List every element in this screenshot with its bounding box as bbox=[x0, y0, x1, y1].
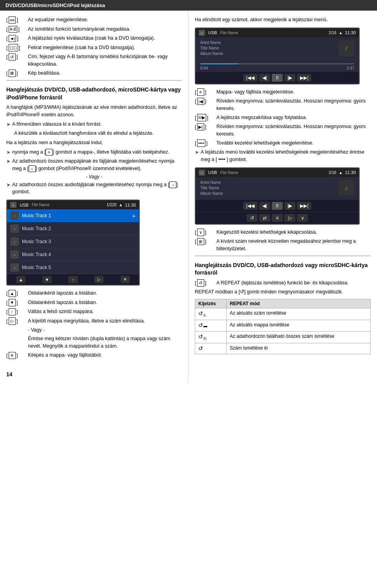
player-controls-2: |◀◀ ◀| II |▶ ▶▶| bbox=[196, 200, 359, 212]
track-count-p2: 2/16 bbox=[329, 170, 336, 175]
track-count-p: 2/16 bbox=[329, 31, 336, 35]
icon-row-repeat-dvd: [↺] Cím, fejezet vagy A-B tartomány ismé… bbox=[6, 53, 182, 68]
usb-label-p2: USB bbox=[208, 170, 217, 175]
track-icon: ♪ bbox=[10, 237, 19, 246]
nav-down-btn[interactable]: ▼ bbox=[42, 276, 52, 283]
repeat-table: Kijelzés REPEAT mód ↺① Az aktuális szám … bbox=[195, 299, 371, 354]
repeat-icon-2: ↺▬ bbox=[195, 320, 227, 332]
player-extra-controls: ↺ ⇄ ≡ ▷ ∨ bbox=[196, 212, 359, 224]
bullet-all-folders: ➤ Az adathordozó összes mappájának és fá… bbox=[6, 158, 182, 172]
home-icon-p2: ⌂ bbox=[199, 170, 205, 176]
track-name: Music Track 3 bbox=[22, 239, 136, 244]
repeat-note: REPEAT módban a [↺] gomb minden megnyomá… bbox=[195, 288, 371, 296]
clock: 11:30 bbox=[125, 203, 136, 207]
track-name: Music Track 4 bbox=[22, 252, 136, 257]
ctrl2-prev[interactable]: ◀| bbox=[259, 202, 270, 210]
icon-row-page-down: [▼] Oldalankénti lapozás a listában. bbox=[6, 299, 182, 307]
ctrl2-play[interactable]: II bbox=[272, 202, 283, 210]
file-name-p: File Name bbox=[220, 31, 238, 35]
track-arrow: ▶ bbox=[133, 214, 136, 218]
table-row: ↺ Szám ismétlése ki bbox=[195, 343, 371, 354]
table-row: ↺① Az aktuális szám ismétlése bbox=[195, 308, 371, 320]
icon-row-equalizer: [≡≡] Az equalizer megjelenítése. bbox=[6, 16, 182, 24]
track-name: Music Track 5 bbox=[22, 265, 136, 270]
table-row: ↺▬ Az aktuális mappa ismétlése bbox=[195, 320, 371, 332]
progress-fill bbox=[200, 63, 239, 64]
track-row[interactable]: ♪ Music Track 4 bbox=[7, 248, 139, 261]
track-row[interactable]: ♪ Music Track 3 bbox=[7, 235, 139, 248]
ctrl2-next[interactable]: |▶ bbox=[284, 202, 295, 210]
icon-row-page-up: [▲] Oldalankénti lapozás a listában. bbox=[6, 289, 182, 297]
nav-up-btn[interactable]: ▲ bbox=[16, 276, 26, 283]
nav-close-btn[interactable]: ✕ bbox=[121, 276, 130, 283]
home-icon-p: ⌂ bbox=[199, 30, 205, 36]
mock-player2-header: ⌂ USB File Name 2/16 ▲ 11:30 bbox=[196, 168, 359, 177]
player-info-2: Artist Name Title Name Album Name ♪ bbox=[196, 177, 359, 200]
left-column: [≡≡] Az equalizer megjelenítése. [A-B] A… bbox=[0, 11, 188, 383]
artist-row-2: Artist Name bbox=[200, 180, 339, 185]
track-row[interactable]: ♪ Music Track 5 bbox=[7, 261, 139, 274]
progress-bar bbox=[200, 63, 354, 64]
or-text-2: - Vagy - bbox=[28, 326, 182, 334]
para-1: A hangfájlok (MP3/WMA) lejátszásának az … bbox=[6, 104, 182, 119]
title-row-2: Title Name bbox=[200, 186, 339, 190]
ctrl-prev[interactable]: ◀| bbox=[259, 74, 270, 82]
signal-icon-p2: ▲ bbox=[339, 170, 343, 175]
ctrl2-list[interactable]: ≡ bbox=[272, 214, 283, 222]
page-header: DVD/CD/USB/microSDHC/iPod lejátszása bbox=[0, 0, 377, 11]
ctrl-prev-folder[interactable]: |◀◀ bbox=[243, 74, 258, 82]
repeat-icon-1: ↺① bbox=[195, 308, 227, 320]
repeat-icon-3: ↺Ⓐ bbox=[195, 331, 227, 343]
mock-nav: ▲ ▼ ↑ ▷ ✕ bbox=[7, 274, 139, 285]
ctrl2-next-folder[interactable]: ▶▶| bbox=[297, 202, 311, 210]
repeat-desc-4: Szám ismétlése ki bbox=[226, 343, 370, 354]
icon-row-up-level: [↑] Váltás a felső szintű mappára. bbox=[6, 308, 182, 316]
icon-row-collapse: [∨] Kiegészítő kezelési lehetőségek kika… bbox=[195, 229, 371, 236]
ctrl2-shuffle[interactable]: ⇄ bbox=[259, 214, 270, 222]
table-row: ↺Ⓐ Az adathordozón található összes szám… bbox=[195, 331, 371, 343]
file-name-label: File Name bbox=[32, 203, 50, 207]
icon-row-open: [▷] A kijelölt mappa megnyitása, illetve… bbox=[6, 317, 182, 325]
divider bbox=[6, 80, 182, 81]
arrow-icon: ➤ bbox=[6, 121, 11, 128]
ctrl-next[interactable]: |▶ bbox=[284, 74, 295, 82]
player-controls: |◀◀ ◀| II |▶ ▶▶| bbox=[196, 72, 359, 84]
track-name: Music Track 2 bbox=[22, 226, 136, 231]
ctrl2-collapse[interactable]: ∨ bbox=[297, 214, 308, 222]
mock-header: ⌂ USB File Name 1/220 ▲ 11:30 bbox=[7, 200, 139, 209]
home-icon: ⌂ bbox=[10, 202, 16, 208]
time-row: 0:44 2:47 bbox=[200, 66, 354, 70]
ctrl-play-pause[interactable]: II bbox=[272, 74, 283, 82]
ui-mock-filelist: ⌂ USB File Name 1/220 ▲ 11:30 ♪ Music Tr… bbox=[6, 200, 140, 286]
track-row[interactable]: ♪ Music Track 2 bbox=[7, 222, 139, 235]
ui-mock-player2: ⌂ USB File Name 2/16 ▲ 11:30 Artist Name bbox=[195, 167, 360, 225]
ctrl2-prev-folder[interactable]: |◀◀ bbox=[243, 202, 258, 210]
repeat-desc-1: Az aktuális szám ismétlése bbox=[226, 308, 370, 320]
track-icon: ♪ bbox=[10, 263, 19, 272]
track-count: 1/220 bbox=[107, 203, 117, 207]
intro-text: Ha elindított egy számot, akkor megjelen… bbox=[195, 16, 371, 24]
nav-up-level-btn[interactable]: ↑ bbox=[68, 276, 78, 283]
icon-row-language: [◄|] A lejátszási nyelv kiválasztása (cs… bbox=[6, 35, 182, 42]
repeat-desc-2: Az aktuális mappa ismétlése bbox=[226, 320, 370, 332]
usb-label-p: USB bbox=[208, 30, 217, 35]
or-text: - Vagy - bbox=[6, 174, 182, 180]
ctrl2-repeat[interactable]: ↺ bbox=[247, 214, 258, 222]
track-row[interactable]: ♪ Music Track 1 ▶ bbox=[7, 209, 139, 222]
icon-row-picture: [⊠] Kép beállítása. bbox=[6, 70, 182, 77]
page-number: 14 bbox=[6, 371, 13, 377]
bullet-main-menu: ➤ A főmenüben válassza ki a kívánt forrá… bbox=[6, 121, 182, 128]
arrow-icon-r: ➤ bbox=[195, 148, 199, 156]
clock-p: 11:30 bbox=[345, 30, 356, 35]
progress-container: 0:44 2:47 bbox=[196, 60, 359, 72]
divider-right bbox=[195, 256, 371, 256]
icon-row-ab: [A-B] Az ismétlési funkció tartományának… bbox=[6, 26, 182, 33]
nav-play-btn[interactable]: ▷ bbox=[94, 276, 104, 283]
icon-row-keyboard: [⊞] A kívánt szám nevének közvetlen mega… bbox=[195, 238, 371, 253]
arrow-icon-4: ➤ bbox=[6, 181, 11, 189]
section-title-dvd-usb: Hanglejátszás DVD/CD, USB-adathordozó va… bbox=[195, 262, 371, 277]
ctrl2-play2[interactable]: ▷ bbox=[284, 214, 295, 222]
icon-row-prev-track: [|◀] Röviden megnyomva: számkiválasztás.… bbox=[195, 97, 371, 112]
ctrl-next-folder[interactable]: ▶▶| bbox=[297, 74, 311, 82]
mock-body: ♪ Music Track 1 ▶ ♪ Music Track 2 ♪ Musi… bbox=[7, 209, 139, 274]
